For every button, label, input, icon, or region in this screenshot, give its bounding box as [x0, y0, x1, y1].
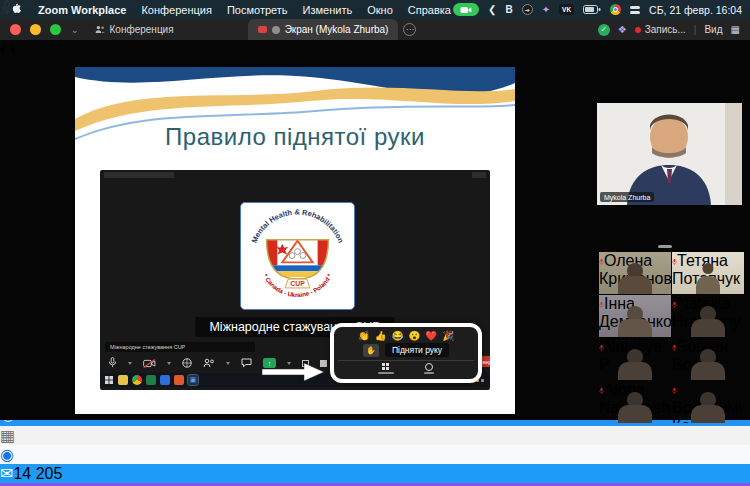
embedded-meeting-title: Міжнародне стажування CUP	[105, 342, 255, 352]
participant-tile[interactable]: Alona Nastoiashcha	[599, 381, 671, 423]
clap-reaction-icon[interactable]: 👏	[358, 329, 370, 342]
participant-tile[interactable]: Володимир Кобися	[672, 381, 744, 423]
interpretation-icon[interactable]: ❖	[618, 24, 627, 35]
dock-launchpad-icon[interactable]: ▦	[0, 426, 750, 445]
tab-screen-share[interactable]: Экран (Mykola Zhurba)	[248, 19, 399, 40]
participant-tile[interactable]: Natallia Hrechany	[672, 295, 744, 337]
speaker-name-tag: Mykola Zhurba	[600, 192, 654, 202]
recording-dot-icon	[635, 27, 641, 33]
participant-video	[672, 252, 744, 294]
vk-status-icon[interactable]: VK	[559, 4, 574, 15]
mini-mic-icon	[108, 357, 117, 369]
mini-video-off-icon	[143, 359, 156, 368]
tab-list-chevron-icon[interactable]: ⌄	[71, 25, 79, 35]
circle-arrow-icon[interactable]: ➔	[522, 4, 533, 15]
participant-tile[interactable]: Інна Демченко	[599, 295, 671, 337]
control-center-icon[interactable]	[630, 6, 640, 14]
mini-caret-icon	[226, 362, 230, 365]
windows-start-icon	[104, 375, 114, 385]
gallery-next-icon[interactable]: ›	[10, 40, 15, 57]
tabbar-divider: |	[694, 24, 697, 35]
apps-option-label	[378, 372, 394, 374]
reaction-emojis: 👏 👍 😂 😮 ❤️ 🎉	[338, 329, 474, 342]
raised-hand-emoji-icon[interactable]: ✋	[363, 344, 379, 357]
blue-app-taskbar-icon	[160, 375, 170, 385]
embedded-view-button	[472, 172, 486, 178]
window-zoom-button[interactable]	[50, 24, 61, 35]
menu-window[interactable]: Окно	[367, 4, 393, 16]
reactions-popup-highlight: 👏 👍 😂 😮 ❤️ 🎉 ✋ Підняти руку	[330, 323, 482, 383]
active-speaker-video[interactable]: Mykola Zhurba	[597, 103, 742, 205]
globe-icon	[425, 363, 433, 371]
mini-caret-icon	[167, 362, 171, 365]
participant-tile[interactable]: Богдан Вовк	[672, 338, 744, 380]
chrome-taskbar-icon	[132, 375, 142, 385]
mini-security-icon	[182, 358, 192, 368]
logo-cup-text: CUP	[290, 280, 305, 287]
menu-bar-clock[interactable]: СБ, 21 февр. 16:04	[649, 4, 742, 16]
raise-hand-button[interactable]: Підняти руку	[385, 343, 449, 357]
speaker-portrait	[597, 103, 742, 205]
participant-tile[interactable]: Олена Крижановська	[599, 252, 671, 294]
battery-icon[interactable]	[583, 5, 601, 14]
pointer-arrow	[262, 362, 326, 382]
camera-active-indicator[interactable]	[453, 3, 479, 16]
bluetooth-app-icon[interactable]: B	[505, 5, 512, 15]
menu-app-name[interactable]: Zoom Workplace	[38, 4, 126, 16]
zoom-taskbar-icon: ▣	[188, 375, 198, 385]
menu-edit[interactable]: Изменить	[303, 4, 353, 16]
apps-option[interactable]	[378, 363, 394, 374]
participant-video	[599, 381, 671, 423]
menu-extra-chevron-icon[interactable]: ❮	[488, 5, 496, 15]
laugh-reaction-icon[interactable]: 😂	[392, 329, 404, 342]
shared-screen-stage: Правило піднятої руки Mental Health & Re…	[0, 40, 750, 420]
orange-app-taskbar-icon	[174, 375, 184, 385]
folder-taskbar-icon	[118, 375, 128, 385]
desktop: Zoom Workplace Конференция Посмотреть Из…	[0, 0, 750, 486]
cup-logo: Mental Health & Rehabilitation	[240, 202, 355, 310]
gallery-collapse-handle[interactable]	[658, 245, 672, 248]
menu-view[interactable]: Посмотреть	[227, 4, 288, 16]
participant-video	[599, 338, 671, 380]
apple-menu-icon[interactable]	[12, 3, 23, 16]
participant-tile[interactable]: Nataliya P	[599, 338, 671, 380]
encryption-shield-icon[interactable]: ✓	[598, 24, 610, 36]
thumbsup-reaction-icon[interactable]: 👍	[375, 329, 387, 342]
apps-grid-icon	[382, 363, 390, 371]
menu-help[interactable]: Справка	[408, 4, 451, 16]
chrome-status-icon[interactable]	[610, 4, 621, 15]
participant-video	[599, 295, 671, 337]
heart-reaction-icon[interactable]: ❤️	[425, 329, 437, 342]
view-layout-icon[interactable]: ▦	[731, 24, 740, 35]
people-icon	[95, 25, 105, 34]
participant-video	[599, 252, 671, 294]
wand-utility-icon[interactable]: ✦	[542, 5, 550, 15]
wow-reaction-icon[interactable]: 😮	[409, 329, 421, 342]
window-close-button[interactable]	[10, 24, 21, 35]
avatar-option[interactable]	[424, 363, 434, 374]
view-button[interactable]: Вид	[704, 24, 722, 35]
dock-mail-icon[interactable]: ✉14 205	[0, 464, 750, 483]
gallery-prev-icon[interactable]: ‹	[0, 40, 5, 57]
zoom-window-tab-bar: ⌄ Конференция Экран (Mykola Zhurba) ⋯ ✓ …	[0, 19, 750, 40]
mini-caret-icon	[128, 362, 132, 365]
tab-conference[interactable]: Конференция	[85, 19, 184, 40]
recording-indicator[interactable]: Запись...	[635, 24, 686, 35]
mini-chat-icon	[241, 358, 252, 368]
participant-gallery: Олена Крижановська Тетяна Потапчук Інна …	[599, 252, 745, 420]
avatar-option-label	[424, 372, 434, 374]
dock-badge: 14 205	[13, 465, 62, 482]
embedded-window-chrome	[104, 172, 174, 178]
tab-options-icon[interactable]: ⋯	[403, 23, 416, 36]
dock-safari-icon[interactable]: ◉	[0, 445, 750, 464]
participant-video	[672, 381, 744, 423]
menu-conference[interactable]: Конференция	[141, 4, 211, 16]
screen-share-icon	[258, 26, 267, 33]
participant-tile[interactable]: Тетяна Потапчук	[672, 252, 744, 294]
macos-menu-bar: Zoom Workplace Конференция Посмотреть Из…	[0, 0, 750, 19]
excel-taskbar-icon	[146, 375, 156, 385]
participant-video	[672, 338, 744, 380]
presentation-slide: Правило піднятої руки Mental Health & Re…	[75, 67, 515, 414]
party-reaction-icon[interactable]: 🎉	[442, 329, 454, 342]
window-minimize-button[interactable]	[30, 24, 41, 35]
